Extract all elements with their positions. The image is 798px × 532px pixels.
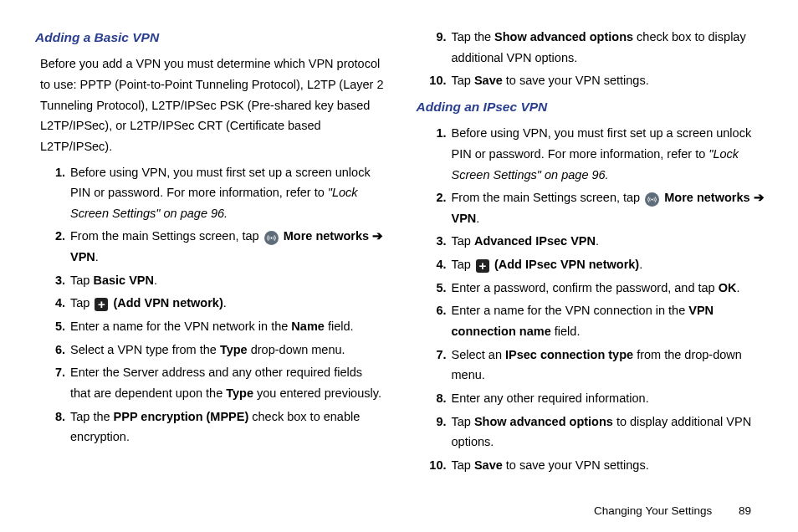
step-2: From the main Settings screen, tap More … <box>65 226 384 267</box>
step-1: Before using VPN, you must first set up … <box>65 162 384 224</box>
step-text: Enter any other required information. <box>452 391 649 405</box>
bold-more-networks: More networks <box>664 191 749 204</box>
step-text: Select a VPN type from the <box>70 343 220 356</box>
step-text: From the main Settings screen, tap <box>452 191 644 204</box>
rstep-9: Tap Show advanced options to display add… <box>447 412 765 453</box>
step-text: Tap <box>452 74 474 87</box>
bold-basic-vpn: Basic VPN <box>93 274 154 287</box>
step-5: Enter a name for the VPN network in the … <box>65 316 384 337</box>
step-text: Enter a name for the VPN network in the <box>70 320 291 333</box>
step-text: Tap <box>452 234 474 248</box>
bold-show-adv: Show advanced options <box>494 30 633 43</box>
rstep-10: Tap Save to save your VPN settings. <box>447 455 765 476</box>
rstep-5: Enter a password, confirm the password, … <box>447 278 765 299</box>
step-text-tail: drop-down menu. <box>248 343 345 356</box>
step-text: Select an <box>452 348 506 361</box>
step-text: Enter a password, confirm the password, … <box>452 281 719 294</box>
bold-show-adv: Show advanced options <box>474 415 613 428</box>
intro-text: Before you add a VPN you must determine … <box>40 54 384 156</box>
wireless-icon <box>645 192 659 207</box>
bold-adv-ipsec: Advanced IPsec VPN <box>474 234 596 248</box>
footer-section: Changing Your Settings <box>594 504 712 517</box>
step-3: Tap Basic VPN. <box>65 270 384 291</box>
heading-ipsec-vpn: Adding an IPsec VPN <box>417 96 765 118</box>
step-text-tail: field. <box>325 320 354 333</box>
step-4: Tap + (Add VPN network). <box>65 293 384 314</box>
rstep-6: Enter a name for the VPN connection in t… <box>447 300 765 341</box>
page-number: 89 <box>739 504 751 517</box>
basic-vpn-steps-cont: Tap the Show advanced options check box … <box>422 27 765 91</box>
bold-ppp: PPP encryption (MPPE) <box>114 410 249 423</box>
rstep-3: Tap Advanced IPsec VPN. <box>447 231 765 252</box>
bold-name: Name <box>291 320 325 333</box>
bold-ok: OK <box>719 281 737 294</box>
bold-vpn: VPN <box>70 250 95 263</box>
bold-save: Save <box>474 74 503 87</box>
step-text-tail: to save your VPN settings. <box>503 74 649 87</box>
arrow-icon: ➔ <box>754 191 765 204</box>
rstep-1: Before using VPN, you must first set up … <box>447 123 765 185</box>
step-text: Enter a name for the VPN connection in t… <box>452 304 689 317</box>
svg-point-1 <box>652 199 652 200</box>
page-footer: Changing Your Settings 89 <box>594 504 751 517</box>
bold-type: Type <box>220 343 248 356</box>
basic-vpn-steps: Before using VPN, you must first set up … <box>40 162 384 448</box>
bold-save: Save <box>474 458 503 472</box>
svg-point-0 <box>271 238 272 238</box>
step-10: Tap Save to save your VPN settings. <box>447 70 765 91</box>
step-text: Tap the <box>452 30 495 43</box>
step-text: Before using VPN, you must first set up … <box>70 166 371 200</box>
page-columns: Adding a Basic VPN Before you add a VPN … <box>40 27 765 478</box>
step-text: Before using VPN, you must first set up … <box>452 126 752 161</box>
step-text: Tap <box>452 415 474 428</box>
rstep-8: Enter any other required information. <box>447 388 765 409</box>
step-9: Tap the Show advanced options check box … <box>447 27 765 68</box>
bold-vpn: VPN <box>452 212 477 225</box>
bold-ipsec-type: IPsec connection type <box>505 348 633 361</box>
step-text: Tap <box>452 258 474 271</box>
step-text: Tap <box>70 274 93 287</box>
bold-more-networks: More networks <box>284 229 369 243</box>
bold-add-vpn: (Add VPN network) <box>113 296 223 309</box>
arrow-icon: ➔ <box>372 229 383 243</box>
step-text-tail: to save your VPN settings. <box>503 458 649 472</box>
right-column: Tap the Show advanced options check box … <box>422 27 765 478</box>
rstep-2: From the main Settings screen, tap More … <box>447 187 765 228</box>
bold-type: Type <box>226 386 253 400</box>
rstep-4: Tap + (Add IPsec VPN network). <box>447 254 765 275</box>
heading-basic-vpn: Adding a Basic VPN <box>35 27 384 49</box>
left-column: Adding a Basic VPN Before you add a VPN … <box>40 27 384 478</box>
step-text: Tap <box>70 296 93 309</box>
ipsec-vpn-steps: Before using VPN, you must first set up … <box>422 123 765 475</box>
wireless-icon <box>264 231 279 245</box>
plus-icon: + <box>476 259 489 273</box>
step-text-tail: you entered previously. <box>253 386 381 400</box>
bold-add-ipsec: (Add IPsec VPN network) <box>494 258 639 271</box>
step-8: Tap the PPP encryption (MPPE) check box … <box>65 407 384 448</box>
plus-icon: + <box>95 298 108 311</box>
step-text: From the main Settings screen, tap <box>70 229 263 243</box>
step-6: Select a VPN type from the Type drop-dow… <box>65 340 384 361</box>
step-text-tail: field. <box>551 325 581 338</box>
rstep-7: Select an IPsec connection type from the… <box>447 345 765 386</box>
step-text: Tap the <box>70 410 114 423</box>
step-7: Enter the Server address and any other r… <box>65 362 384 403</box>
step-text: Tap <box>452 458 474 472</box>
